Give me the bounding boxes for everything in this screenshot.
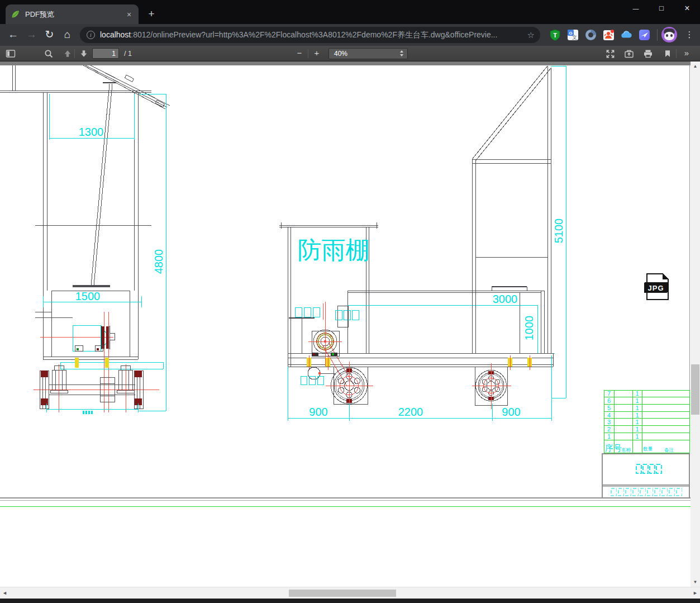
scroll-left-icon[interactable]: ◄: [0, 587, 9, 599]
close-button[interactable]: ×: [674, 0, 700, 17]
reload-icon[interactable]: ↻: [41, 26, 58, 44]
bom-header-note: 备注: [664, 447, 674, 453]
dim-900-right: 900: [502, 406, 520, 418]
browser-window: PDF预览 × + — □ × ← → ↻ ⌂ i localhost:8012…: [0, 0, 700, 603]
print-icon[interactable]: [642, 48, 654, 59]
dim-5100: 5100: [553, 219, 565, 244]
profile-avatar[interactable]: [661, 27, 677, 42]
jpg-file-icon: JPG: [644, 274, 668, 300]
browser-toolbar: ← → ↻ ⌂ i localhost:8012/onlinePreview?u…: [0, 24, 700, 46]
canopy-label: 防雨棚: [298, 236, 370, 263]
bom-header-qty: 数量: [643, 446, 653, 452]
dim-1000: 1000: [523, 316, 535, 341]
url-text: localhost:8012/onlinePreview?url=http%3A…: [100, 30, 523, 40]
horizontal-scrollbar[interactable]: ◄ ►: [0, 587, 700, 599]
minimize-button[interactable]: —: [623, 0, 649, 17]
svg-text:1: 1: [635, 412, 639, 419]
title-block: 71 61 51 41 31 21 11 序号 名称 数量 备注: [602, 390, 689, 498]
extension-assistant-icon[interactable]: [603, 29, 615, 41]
svg-text:1: 1: [635, 419, 639, 425]
more-tools-icon[interactable]: »: [680, 48, 693, 58]
search-icon[interactable]: [42, 48, 55, 59]
site-info-icon[interactable]: i: [87, 31, 95, 39]
svg-text:T: T: [553, 32, 557, 39]
bookmark-star-icon[interactable]: ☆: [527, 30, 535, 40]
dim-1500: 1500: [75, 290, 101, 302]
zoom-value: 40%: [334, 50, 347, 58]
open-file-icon[interactable]: [623, 48, 635, 59]
extension-cloud-icon[interactable]: [621, 29, 632, 41]
svg-text:1: 1: [635, 426, 639, 433]
svg-text:6: 6: [607, 397, 611, 404]
sidebar-toggle-icon[interactable]: [4, 48, 17, 59]
bom-header-name: 名称: [621, 447, 631, 453]
cad-drawing: 1300 4800 1500: [0, 61, 691, 587]
dim-4800: 4800: [153, 249, 165, 274]
maximize-button[interactable]: □: [649, 0, 674, 17]
svg-text:1: 1: [635, 390, 639, 397]
dim-2200: 2200: [398, 406, 423, 418]
new-tab-button[interactable]: +: [144, 7, 159, 22]
bom-header-no: 序号: [605, 443, 622, 453]
svg-text:1: 1: [607, 433, 611, 440]
page-down-icon[interactable]: [78, 48, 90, 59]
left-view: 1300 4800 1500: [0, 65, 170, 414]
zoom-select-spinner-icon: [400, 50, 403, 56]
svg-text:2: 2: [607, 426, 611, 433]
zoom-in-button[interactable]: +: [311, 48, 322, 58]
sheet-borders: [0, 61, 691, 507]
window-bottom-edge: [0, 599, 700, 603]
svg-text:4: 4: [607, 412, 611, 419]
svg-text:1: 1: [635, 397, 639, 404]
page-up-icon[interactable]: [61, 48, 74, 59]
bom-table-values: 71 61 51 41 31 21 11: [607, 390, 639, 439]
svg-text:文: 文: [572, 35, 577, 40]
extension-translate-icon[interactable]: G 文: [567, 29, 579, 41]
dim-1300: 1300: [79, 126, 104, 138]
spring-leaf-icon: [11, 10, 20, 19]
forward-icon[interactable]: →: [23, 26, 40, 44]
back-icon[interactable]: ←: [4, 26, 22, 44]
scroll-right-icon[interactable]: ►: [691, 587, 700, 599]
url-host: localhost: [100, 30, 131, 39]
page-total-label: / 1: [124, 50, 132, 58]
company-text-glyphs: [611, 488, 682, 496]
scroll-up-icon[interactable]: ▲: [691, 61, 700, 71]
svg-text:1: 1: [635, 405, 639, 411]
scroll-down-icon[interactable]: ▼: [691, 577, 700, 587]
browser-tab[interactable]: PDF预览 ×: [6, 4, 139, 24]
dim-900-left: 900: [309, 406, 327, 418]
zoom-out-button[interactable]: −: [294, 48, 305, 58]
home-icon[interactable]: ⌂: [59, 26, 76, 44]
vertical-scrollbar[interactable]: ▲ ▼: [691, 61, 700, 587]
url-path: :8012/onlinePreview?url=http%3A%2F%2Floc…: [131, 30, 497, 39]
svg-text:5: 5: [607, 405, 611, 411]
tab-strip: PDF预览 × + — □ ×: [0, 0, 700, 24]
jpg-icon-label: JPG: [647, 284, 664, 292]
presentation-mode-icon[interactable]: [604, 48, 616, 59]
extension-bird-icon[interactable]: [639, 29, 650, 41]
page-number-input[interactable]: [92, 48, 119, 59]
browser-menu-icon[interactable]: ⋮: [683, 28, 696, 41]
bookmark-view-icon[interactable]: [661, 48, 674, 59]
dim-3000: 3000: [493, 293, 518, 305]
side-view: 防雨棚: [279, 66, 566, 421]
title-text-glyphs: [636, 464, 661, 473]
vertical-scrollbar-thumb[interactable]: [691, 364, 699, 415]
url-bar[interactable]: i localhost:8012/onlinePreview?url=http%…: [80, 27, 540, 43]
svg-text:3: 3: [607, 419, 611, 425]
pdf-toolbar: / 1 − + 40% »: [0, 46, 700, 61]
horizontal-scrollbar-thumb[interactable]: [289, 590, 396, 597]
pdf-page: 1300 4800 1500: [0, 61, 700, 587]
tab-close-icon[interactable]: ×: [123, 10, 135, 19]
svg-text:1: 1: [635, 433, 639, 440]
extension-proxy-ring-icon[interactable]: [585, 29, 597, 41]
toolbar-separator: [657, 29, 658, 41]
tab-title: PDF预览: [25, 10, 123, 20]
extension-tampermonkey-icon[interactable]: T: [549, 29, 561, 41]
svg-text:7: 7: [607, 390, 611, 397]
zoom-select[interactable]: 40%: [328, 48, 408, 59]
